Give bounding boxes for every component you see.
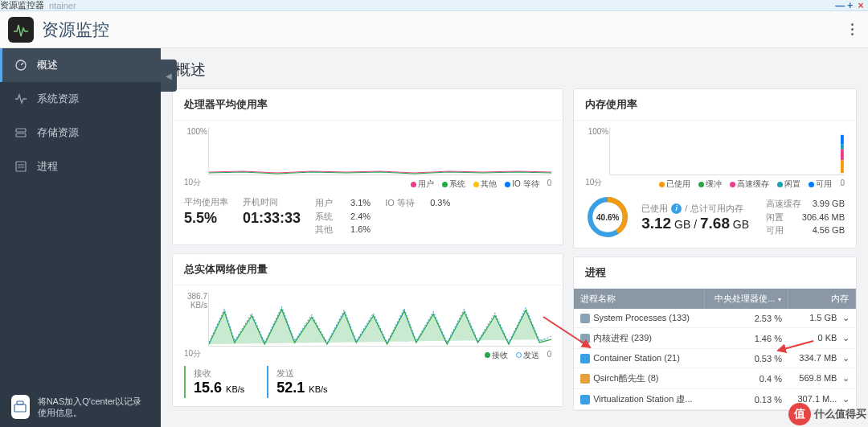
process-mem: 334.7 MB ⌄ [788, 349, 856, 368]
memory-donut: 40.6% [585, 195, 630, 240]
watermark-icon: 值 [788, 403, 811, 425]
gauge-icon [14, 59, 27, 72]
memory-card: 内存使用率 100% 10分 [573, 88, 857, 248]
process-name: System Processes (133) [593, 313, 690, 322]
qcenter-icon [11, 395, 30, 419]
uptime-block: 开机时间 01:33:33 [243, 196, 301, 227]
io-wait-block: IO 等待0.3% [385, 196, 450, 210]
memory-side-stats: 高速缓存3.99 GB 闲置306.46 MB 可用4.56 GB [766, 197, 845, 237]
svg-rect-9 [841, 135, 844, 145]
svg-rect-12 [841, 160, 844, 173]
process-table: 进程名称 中央处理器使...▾ 内存 System Processes (133… [574, 289, 856, 410]
sidebar-item-system[interactable]: 系统资源 [0, 82, 161, 116]
main-content: 概述 处理器平均使用率 100% 1 [161, 48, 868, 427]
info-icon[interactable]: i [671, 203, 682, 214]
process-card-title: 进程 [574, 257, 856, 289]
cpu-card: 处理器平均使用率 100% 10分 用户 [172, 88, 563, 245]
svg-rect-10 [841, 145, 844, 150]
table-header-row: 进程名称 中央处理器使...▾ 内存 [574, 289, 855, 309]
svg-rect-7 [14, 404, 26, 412]
sidebar-item-overview[interactable]: 概述 [0, 48, 161, 82]
process-cpu: 1.46 % [704, 328, 788, 349]
sidebar-item-storage[interactable]: 存储资源 [0, 116, 161, 150]
expand-icon[interactable]: ⌄ [842, 333, 850, 343]
table-row[interactable]: Qsirch酷先生 (8)0.4 %569.8 MB ⌄ [574, 368, 855, 389]
os-titlebar: 资源监控器 ntainer — + × [0, 0, 868, 11]
bg-tab-hint: ntainer [49, 1, 76, 10]
cpu-avg-block: 平均使用率 5.5% [184, 196, 228, 227]
svg-rect-4 [16, 162, 26, 171]
more-menu-icon[interactable] [851, 23, 860, 35]
sidebar-collapse-button[interactable]: ◀ [161, 60, 177, 92]
svg-rect-8 [17, 401, 23, 404]
app-header: 资源监控 [0, 11, 868, 48]
chevron-down-icon: ▾ [778, 296, 781, 303]
tx-block: 发送 52.1 KB/s [267, 366, 327, 398]
process-name: Qsirch酷先生 (8) [593, 373, 658, 383]
process-icon [580, 334, 590, 343]
process-mem: 1.5 GB ⌄ [788, 309, 856, 328]
memory-chart: 100% [609, 127, 845, 175]
rx-block: 接收 15.6 KB/s [184, 366, 244, 398]
disk-icon [14, 126, 27, 139]
process-name: Virtualization Station 虚... [593, 394, 692, 404]
expand-icon[interactable]: ⌄ [842, 313, 850, 322]
process-cpu: 0.13 % [704, 389, 788, 410]
process-name: 内核进程 (239) [593, 333, 652, 343]
cpu-chart: 100% [208, 127, 551, 175]
network-card: 总实体网络使用量 386.7 KB/s 10分 接收 [172, 253, 563, 407]
process-cpu: 0.4 % [704, 368, 788, 389]
col-cpu[interactable]: 中央处理器使...▾ [704, 289, 788, 309]
col-mem[interactable]: 内存 [788, 289, 856, 309]
process-icon [580, 314, 590, 323]
network-card-title: 总实体网络使用量 [173, 254, 563, 285]
list-icon [14, 160, 27, 173]
memory-legend: 已使用 缓冲 高速缓存 闲置 可用 0 [659, 179, 845, 190]
window-controls: — + × [835, 0, 865, 11]
svg-rect-2 [16, 129, 26, 132]
app-title: 资源监控 [42, 18, 109, 41]
pulse-icon [14, 92, 27, 105]
cpu-breakdown: 用户3.1% 系统2.4% 其他1.6% [315, 196, 371, 236]
process-icon [580, 395, 590, 404]
svg-rect-11 [841, 150, 844, 161]
memory-card-title: 内存使用率 [574, 89, 856, 121]
expand-icon[interactable]: ⌄ [842, 373, 850, 383]
close-icon[interactable]: × [857, 2, 865, 10]
watermark: 值 什么值得买 [788, 403, 866, 425]
network-legend: 接收 发送 0 [485, 350, 552, 361]
sidebar-item-label: 系统资源 [37, 92, 79, 106]
process-cpu: 2.53 % [704, 309, 788, 328]
process-icon [580, 374, 590, 384]
page-title: 概述 [161, 48, 868, 88]
sidebar-footer-text: 将NAS加入Q'center以记录使用信息。 [38, 396, 149, 419]
process-icon [580, 354, 590, 363]
sidebar-item-label: 进程 [37, 159, 58, 174]
table-row[interactable]: System Processes (133)2.53 %1.5 GB ⌄ [574, 309, 855, 328]
expand-icon[interactable]: ⌄ [842, 353, 850, 363]
sidebar-item-label: 概述 [37, 58, 58, 72]
app-logo-icon [8, 17, 34, 43]
maximize-icon[interactable]: + [846, 2, 854, 10]
window-title: 资源监控器 [0, 0, 44, 11]
network-chart: 386.7 KB/s [208, 292, 551, 347]
sidebar: 概述 系统资源 存储资源 进程 ◀ 将NAS加入Q'center以记录使用信息。 [0, 48, 161, 427]
table-row[interactable]: Container Station (21)0.53 %334.7 MB ⌄ [574, 349, 855, 368]
minimize-icon[interactable]: — [835, 2, 843, 10]
cpu-card-title: 处理器平均使用率 [173, 89, 563, 121]
process-card: 进程 进程名称 中央处理器使...▾ 内存 System Processes (… [573, 257, 857, 411]
svg-rect-3 [16, 133, 26, 137]
sidebar-item-label: 存储资源 [37, 125, 79, 140]
process-mem: 569.8 MB ⌄ [788, 368, 856, 389]
table-row[interactable]: 内核进程 (239)1.46 %0 KB ⌄ [574, 328, 855, 349]
sidebar-footer[interactable]: 将NAS加入Q'center以记录使用信息。 [0, 387, 161, 427]
cpu-legend: 用户 系统 其他 IO 等待 0 [411, 179, 551, 190]
svg-line-1 [21, 63, 23, 65]
process-cpu: 0.53 % [704, 349, 788, 368]
sidebar-item-process[interactable]: 进程 [0, 150, 161, 183]
col-name[interactable]: 进程名称 [574, 289, 704, 309]
process-mem: 0 KB ⌄ [788, 328, 856, 349]
memory-main-stat: 已使用 i / 总计可用内存 3.12 GB / 7.68 GB [641, 203, 749, 232]
process-name: Container Station (21) [593, 353, 680, 363]
